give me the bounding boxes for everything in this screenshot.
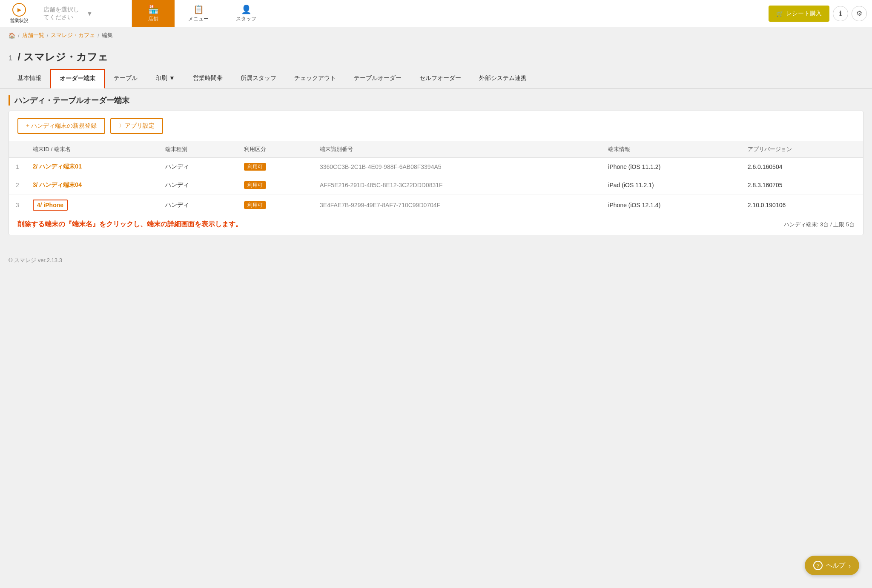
dropdown-arrow: ▼ xyxy=(169,74,175,81)
page-title-area: 1 / スマレジ・カフェ xyxy=(0,43,872,69)
store-tab-label: 店舗 xyxy=(148,15,158,23)
col-num xyxy=(9,141,26,158)
table-row: 23/ ハンディ端末04ハンディ利用可AFF5E216-291D-485C-8E… xyxy=(9,176,863,194)
section-header: ハンディ・テーブルオーダー端末 xyxy=(0,88,872,111)
device-link[interactable]: 3/ ハンディ端末04 xyxy=(33,181,82,188)
menu-icon: 📋 xyxy=(193,4,204,14)
table-row: 12/ ハンディ端末01ハンディ利用可3360CC3B-2C1B-4E09-98… xyxy=(9,158,863,176)
bottom-row: 削除する端末の『端末名』をクリックし、端末の詳細画面を表示します。 ハンディ端末… xyxy=(9,216,863,235)
col-usage: 利用区分 xyxy=(237,141,313,158)
tab-staff[interactable]: 所属スタッフ xyxy=(232,69,285,88)
page-title-text: / xyxy=(18,51,23,63)
staff-tab-label: スタッフ xyxy=(236,15,256,23)
business-status[interactable]: 営業状況 xyxy=(0,0,38,27)
app-version-cell: 2.8.3.160705 xyxy=(741,176,863,194)
register-btn-label: + ハンディ端末の新規登録 xyxy=(26,122,97,130)
breadcrumb: 🏠 / 店舗一覧 / スマレジ・カフェ / 編集 xyxy=(0,27,872,43)
breadcrumb-home[interactable]: 🏠 xyxy=(9,32,15,39)
store-selector[interactable]: 店舗を選択してください ▼ xyxy=(38,0,132,27)
device-info-cell: iPhone (iOS 11.1.2) xyxy=(601,158,740,176)
device-link[interactable]: 2/ ハンディ端末01 xyxy=(33,163,82,170)
receipt-btn-label: レシート購入 xyxy=(786,10,822,17)
info-icon-button[interactable]: ℹ xyxy=(833,6,848,21)
nav-tab-staff[interactable]: 👤 スタッフ xyxy=(222,0,270,27)
device-link[interactable]: 4/ iPhone xyxy=(37,202,63,208)
content-card: + ハンディ端末の新規登録 〉アプリ設定 端末ID / 端末名 端末種別 利用区… xyxy=(9,111,863,235)
usage-badge: 利用可 xyxy=(244,181,266,189)
menu-tab-label: メニュー xyxy=(188,15,209,23)
tabs-bar: 基本情報 オーダー端末 テーブル 印刷 ▼ 営業時間帯 所属スタッフ チェックア… xyxy=(0,69,872,88)
usage-badge: 利用可 xyxy=(244,201,266,209)
register-terminal-button[interactable]: + ハンディ端末の新規登録 xyxy=(17,118,105,134)
settings-icon-button[interactable]: ⚙ xyxy=(852,6,867,21)
usage-cell: 利用可 xyxy=(237,158,313,176)
tab-order-terminal[interactable]: オーダー端末 xyxy=(50,69,105,88)
page-title: 1 / スマレジ・カフェ xyxy=(9,50,863,64)
row-num: 2 xyxy=(9,176,26,194)
device-name-cell: 2/ ハンディ端末01 xyxy=(26,158,158,176)
nav-tab-menu[interactable]: 📋 メニュー xyxy=(175,0,222,27)
breadcrumb-store-name[interactable]: スマレジ・カフェ xyxy=(51,31,95,39)
tab-business-hours[interactable]: 営業時間帯 xyxy=(184,69,232,88)
dropdown-arrow: ▼ xyxy=(87,10,127,17)
device-type-cell: ハンディ xyxy=(158,176,238,194)
nav-tab-store[interactable]: 🏪 店舗 xyxy=(132,0,175,27)
store-name-title: スマレジ・カフェ xyxy=(23,51,108,63)
devices-table: 端末ID / 端末名 端末種別 利用区分 端末識別番号 端末情報 アプリバージョ… xyxy=(9,141,863,216)
page-footer: © スマレジ ver.2.13.3 xyxy=(0,244,872,277)
col-device-info: 端末情報 xyxy=(601,141,740,158)
tab-external-system[interactable]: 外部システム連携 xyxy=(470,69,536,88)
row-num: 1 xyxy=(9,158,26,176)
staff-icon: 👤 xyxy=(241,4,252,14)
app-settings-button[interactable]: 〉アプリ設定 xyxy=(110,118,163,134)
device-name-cell: 4/ iPhone xyxy=(26,194,158,216)
table-header-row: 端末ID / 端末名 端末種別 利用区分 端末識別番号 端末情報 アプリバージョ… xyxy=(9,141,863,158)
breadcrumb-current: 編集 xyxy=(102,31,113,39)
uuid-cell: 3E4FAE7B-9299-49E7-8AF7-710C99D0704F xyxy=(313,194,601,216)
breadcrumb-store-list[interactable]: 店舗一覧 xyxy=(22,31,44,39)
question-icon: ? xyxy=(813,561,823,570)
cart-icon: 🛒 xyxy=(776,10,783,17)
uuid-cell: AFF5E216-291D-485C-8E12-3C22DDD0831F xyxy=(313,176,601,194)
device-type-cell: ハンディ xyxy=(158,158,238,176)
tab-table[interactable]: テーブル xyxy=(105,69,146,88)
tab-basic[interactable]: 基本情報 xyxy=(9,69,50,88)
status-icon xyxy=(12,3,26,17)
uuid-cell: 3360CC3B-2C1B-4E09-988F-6AB08F3394A5 xyxy=(313,158,601,176)
row-num: 3 xyxy=(9,194,26,216)
help-chevron: › xyxy=(849,562,851,569)
receipt-purchase-button[interactable]: 🛒 レシート購入 xyxy=(769,6,829,22)
usage-cell: 利用可 xyxy=(237,194,313,216)
store-placeholder: 店舗を選択してください xyxy=(43,6,83,21)
section-title: ハンディ・テーブルオーダー端末 xyxy=(14,95,129,106)
col-device-type: 端末種別 xyxy=(158,141,238,158)
tab-print[interactable]: 印刷 ▼ xyxy=(146,69,184,88)
device-type-cell: ハンディ xyxy=(158,194,238,216)
toolbar: + ハンディ端末の新規登録 〉アプリ設定 xyxy=(9,111,863,141)
device-info-cell: iPad (iOS 11.2.1) xyxy=(601,176,740,194)
instruction-text: 削除する端末の『端末名』をクリックし、端末の詳細画面を表示します。 xyxy=(17,220,242,229)
status-label: 営業状況 xyxy=(10,17,29,24)
app-version-cell: 2.10.0.190106 xyxy=(741,194,863,216)
help-button[interactable]: ? ヘルプ › xyxy=(805,556,859,575)
tab-self-order[interactable]: セルフオーダー xyxy=(410,69,470,88)
footer-device-count: ハンディ端末: 3台 / 上限 5台 xyxy=(784,221,855,228)
store-icon: 🏪 xyxy=(148,4,159,14)
col-app-version: アプリバージョン xyxy=(741,141,863,158)
device-name-cell: 3/ ハンディ端末04 xyxy=(26,176,158,194)
device-info-cell: iPhone (iOS 12.1.4) xyxy=(601,194,740,216)
usage-cell: 利用可 xyxy=(237,176,313,194)
help-btn-label: ヘルプ xyxy=(826,562,845,570)
tab-checkout[interactable]: チェックアウト xyxy=(285,69,345,88)
top-nav: 営業状況 店舗を選択してください ▼ 🏪 店舗 📋 メニュー 👤 スタッフ 🛒 … xyxy=(0,0,872,27)
copyright: © スマレジ ver.2.13.3 xyxy=(9,257,62,263)
page-number: 1 xyxy=(9,54,12,62)
col-uuid: 端末識別番号 xyxy=(313,141,601,158)
tab-table-order[interactable]: テーブルオーダー xyxy=(345,69,410,88)
usage-badge: 利用可 xyxy=(244,163,266,171)
col-device-id-name: 端末ID / 端末名 xyxy=(26,141,158,158)
app-settings-btn-label: 〉アプリ設定 xyxy=(119,122,155,130)
app-version-cell: 2.6.0.160504 xyxy=(741,158,863,176)
nav-right: 🛒 レシート購入 ℹ ⚙ xyxy=(769,0,872,27)
table-row: 34/ iPhoneハンディ利用可3E4FAE7B-9299-49E7-8AF7… xyxy=(9,194,863,216)
